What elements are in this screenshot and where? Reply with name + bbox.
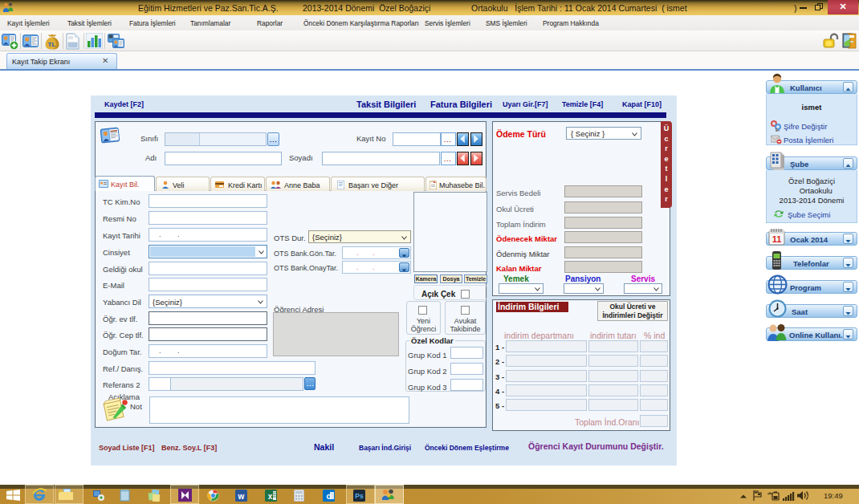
svg-text:Ps: Ps [355, 492, 364, 500]
svg-text:TL: TL [48, 41, 56, 48]
svg-text:w: w [238, 492, 245, 501]
svg-text:11: 11 [772, 234, 782, 244]
svg-text:x: x [268, 492, 273, 501]
